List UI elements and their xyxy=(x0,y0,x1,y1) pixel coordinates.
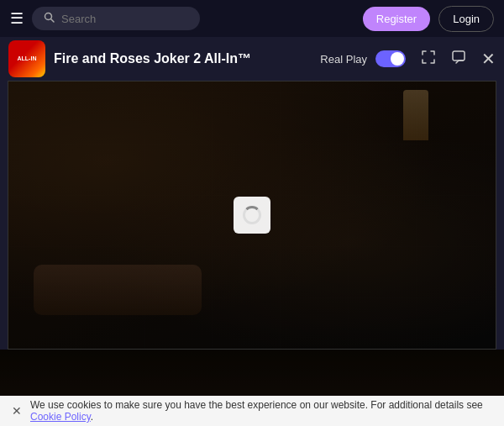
game-logo: ALL-IN xyxy=(8,40,45,77)
hamburger-icon[interactable]: ☰ xyxy=(10,9,24,28)
cookie-text: We use cookies to make sure you have the… xyxy=(30,399,492,423)
game-logo-text: ALL-IN xyxy=(18,55,37,62)
game-header: ALL-IN Fire and Roses Joker 2 All-In™ Re… xyxy=(0,37,504,81)
nav-bar: ☰ Register Login xyxy=(0,0,504,37)
login-button[interactable]: Login xyxy=(438,6,494,32)
room-decoration-couch xyxy=(34,265,202,315)
cookie-suffix: . xyxy=(91,411,93,423)
cookie-message: We use cookies to make sure you have the… xyxy=(30,399,483,411)
svg-rect-2 xyxy=(453,51,465,60)
game-title: Fire and Roses Joker 2 All-In™ xyxy=(54,51,312,66)
cookie-bar: ✕ We use cookies to make sure you have t… xyxy=(0,396,504,426)
fullscreen-icon[interactable] xyxy=(421,50,436,69)
game-viewport xyxy=(8,81,496,350)
close-icon[interactable]: ✕ xyxy=(481,49,496,69)
cookie-policy-link[interactable]: Cookie Policy xyxy=(30,411,91,423)
real-play-label: Real Play xyxy=(320,53,367,66)
register-button[interactable]: Register xyxy=(363,7,430,31)
loading-spinner xyxy=(243,206,261,224)
real-play-toggle[interactable] xyxy=(375,50,406,67)
chat-icon[interactable] xyxy=(451,50,466,69)
search-bar xyxy=(32,7,200,30)
bottom-decoration xyxy=(0,350,504,396)
cookie-close-button[interactable]: ✕ xyxy=(12,404,22,418)
loading-spinner-container xyxy=(234,197,270,234)
search-icon xyxy=(44,12,55,25)
toggle-knob xyxy=(391,52,404,66)
search-input[interactable] xyxy=(61,13,188,25)
svg-line-1 xyxy=(51,19,55,23)
room-decoration-lamp xyxy=(403,90,428,140)
